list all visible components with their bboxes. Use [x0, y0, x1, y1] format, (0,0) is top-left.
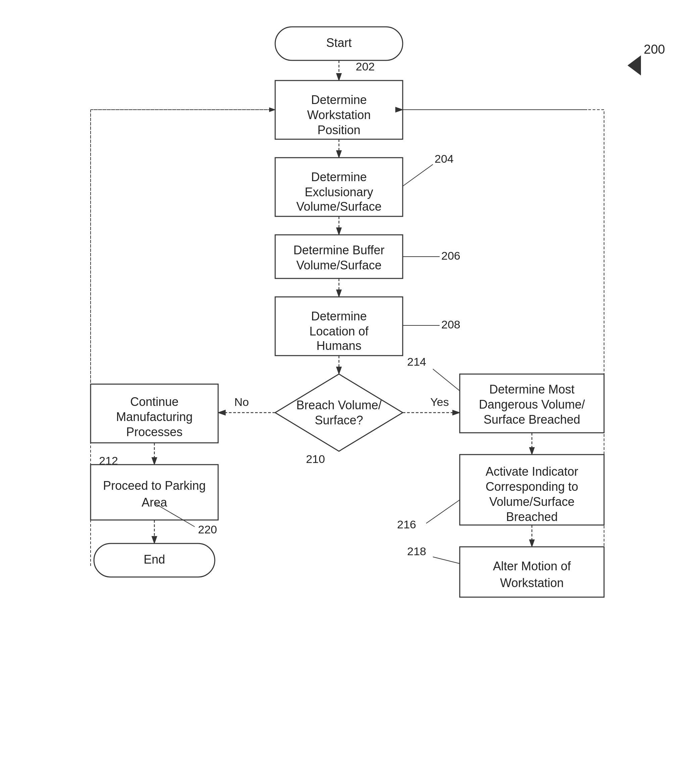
box-218-line1: Alter Motion of — [493, 559, 571, 573]
ref-216-label: 216 — [397, 518, 416, 531]
box-206-line1: Determine Buffer — [293, 243, 384, 257]
box-202-line1: Determine — [311, 93, 367, 107]
box-216-line2: Corresponding to — [485, 480, 578, 494]
box-208-line2: Location of — [309, 324, 369, 338]
ref-202-label: 202 — [356, 60, 375, 73]
box-206-line2: Volume/Surface — [296, 258, 381, 272]
box-214-line1: Determine Most — [489, 382, 574, 396]
ref-214-label: 214 — [407, 355, 426, 368]
box-218-line2: Workstation — [500, 576, 563, 590]
no-label: No — [234, 395, 249, 408]
ref-218-label: 218 — [407, 545, 426, 558]
box-204-line2: Exclusionary — [305, 185, 373, 199]
ref-200-arrow — [627, 55, 641, 76]
start-label: Start — [326, 36, 351, 49]
ref-204-line — [403, 165, 433, 186]
ref-220-label: 220 — [198, 523, 217, 536]
box-214-line2: Dangerous Volume/ — [479, 397, 585, 411]
box-216-line1: Activate Indicator — [485, 464, 578, 478]
box-216-line3: Volume/Surface — [489, 495, 574, 509]
ref-204-label: 204 — [435, 152, 454, 165]
box-212-line1: Continue — [130, 395, 178, 408]
box-220-line2: Area — [142, 496, 167, 509]
box-208-line1: Determine — [311, 309, 367, 323]
ref-208-label: 208 — [441, 318, 460, 331]
ref-210-label: 210 — [306, 453, 325, 465]
ref-216-line — [426, 500, 460, 523]
ref-200-label: 200 — [644, 42, 665, 56]
box-208-line3: Humans — [317, 339, 361, 352]
box-212-line3: Processes — [126, 425, 183, 439]
box-204-line3: Volume/Surface — [296, 199, 381, 213]
box-216-line4: Breached — [506, 510, 558, 524]
box-212-line2: Manufacturing — [116, 410, 193, 424]
diamond-210-line1: Breach Volume/ — [296, 398, 381, 412]
box-220-line1: Proceed to Parking — [103, 479, 206, 492]
ref-206-label: 206 — [441, 249, 460, 262]
box-202-line2: Workstation — [307, 108, 370, 122]
box-204-line1: Determine — [311, 170, 367, 184]
ref-218-line — [433, 557, 460, 563]
diamond-210-line2: Surface? — [315, 413, 363, 427]
yes-label: Yes — [430, 395, 449, 408]
end-label: End — [144, 553, 165, 566]
box-214-line3: Surface Breached — [483, 413, 580, 427]
flowchart-diagram: 200 Start 202 Determine Workstation Posi… — [0, 0, 698, 784]
ref-214-line — [433, 369, 460, 391]
diamond-210 — [275, 374, 403, 451]
box-202-line3: Position — [317, 123, 360, 137]
